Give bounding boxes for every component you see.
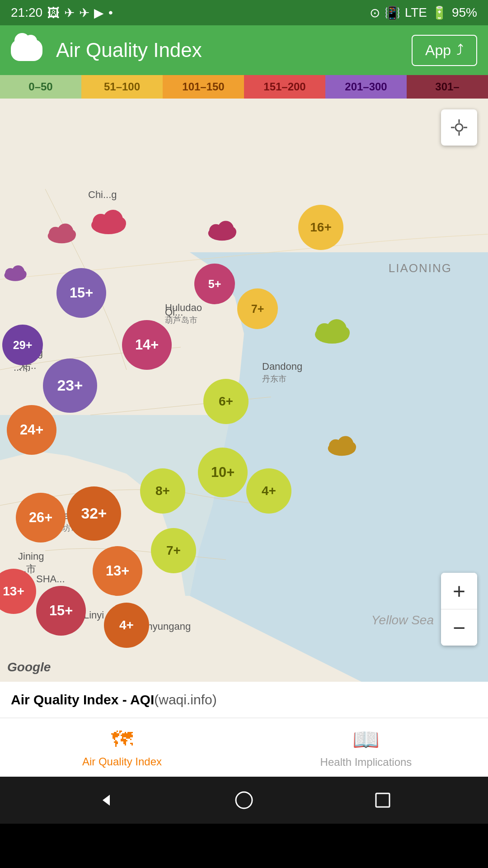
cloud-marker-c1[interactable] bbox=[88, 206, 129, 241]
status-right: ⊙ 📳 LTE 🔋 95% bbox=[370, 5, 477, 20]
svg-point-1 bbox=[455, 124, 463, 131]
city-linyi: Linyi bbox=[84, 609, 104, 621]
cloud-marker-c2[interactable] bbox=[45, 221, 78, 250]
bottom-info: Air Quality Index - AQI (waqi.info) bbox=[0, 682, 488, 718]
region-sha: SHA... bbox=[36, 573, 65, 585]
city-chifeng: Chi...g bbox=[88, 189, 117, 201]
nav-label-health: Health Implications bbox=[320, 756, 412, 769]
scale-item-2: 101–150 bbox=[163, 75, 244, 99]
app-bar: Air Quality Index App ⤴ bbox=[0, 25, 488, 75]
aqi-marker-m15[interactable]: 7+ bbox=[151, 528, 196, 573]
scale-item-3: 151–200 bbox=[244, 75, 325, 99]
battery-percent: 95% bbox=[452, 5, 477, 20]
telegram-icon: ✈ bbox=[64, 5, 75, 20]
city-huludao: Huludao葫芦岛市 bbox=[165, 302, 202, 326]
app-share-button[interactable]: App ⤴ bbox=[412, 35, 477, 66]
info-subtitle: (waqi.info) bbox=[154, 692, 216, 708]
back-button[interactable] bbox=[92, 787, 119, 814]
nav-item-health[interactable]: 📖 Health Implications bbox=[244, 718, 488, 777]
zoom-in-button[interactable]: + bbox=[441, 573, 477, 609]
aqi-marker-m12[interactable]: 4+ bbox=[246, 468, 291, 514]
back-icon bbox=[96, 791, 114, 809]
signal-icon: LTE bbox=[405, 5, 427, 20]
health-icon: 📖 bbox=[352, 727, 380, 752]
share-icon: ⤴ bbox=[456, 42, 464, 59]
svg-point-21 bbox=[19, 270, 27, 278]
scale-item-4: 201–300 bbox=[325, 75, 407, 99]
city-dandong: Dandong丹东市 bbox=[262, 361, 302, 384]
time: 21:20 bbox=[11, 5, 42, 20]
home-button[interactable] bbox=[230, 787, 258, 814]
dot-icon: • bbox=[108, 5, 113, 20]
svg-point-13 bbox=[66, 229, 76, 240]
aqi-scale-bar: 0–5051–100101–150151–200201–300301– bbox=[0, 75, 488, 99]
aqi-marker-m13[interactable]: 26+ bbox=[16, 493, 66, 542]
svg-rect-32 bbox=[376, 793, 389, 807]
svg-point-29 bbox=[346, 442, 356, 452]
telegram2-icon: ✈ bbox=[79, 5, 89, 20]
svg-point-17 bbox=[226, 226, 236, 237]
recents-icon bbox=[374, 792, 391, 809]
svg-point-25 bbox=[337, 326, 350, 339]
locate-icon bbox=[450, 118, 468, 137]
app-title: Air Quality Index bbox=[56, 39, 202, 61]
aqi-marker-m5[interactable]: 29+ bbox=[2, 325, 43, 365]
cloud-marker-c6[interactable] bbox=[325, 433, 358, 462]
aqi-marker-m9[interactable]: 24+ bbox=[7, 405, 56, 455]
aqi-marker-m16[interactable]: 13+ bbox=[93, 546, 142, 596]
aqi-marker-m8[interactable]: 6+ bbox=[203, 379, 249, 424]
info-title: Air Quality Index - AQI bbox=[11, 692, 154, 708]
youtube-icon: ▶ bbox=[94, 5, 104, 20]
svg-point-31 bbox=[236, 792, 252, 808]
region-liaoning: LIAONING bbox=[389, 261, 452, 275]
sea-label: Yellow Sea bbox=[371, 613, 434, 627]
battery-icon: 🔋 bbox=[432, 5, 447, 20]
aqi-marker-m14[interactable]: 32+ bbox=[67, 486, 121, 541]
status-left: 21:20 🖼 ✈ ✈ ▶ • bbox=[11, 5, 113, 20]
svg-point-9 bbox=[113, 217, 126, 230]
aqi-marker-m2[interactable]: 5+ bbox=[194, 264, 235, 304]
location-icon: ⊙ bbox=[370, 5, 380, 20]
map-container: Chi...g Qi... Huludao葫芦岛市 Dandong丹东市 ...… bbox=[0, 99, 488, 682]
aqi-marker-m3[interactable]: 7+ bbox=[237, 288, 278, 329]
nav-label-aqi: Air Quality Index bbox=[82, 755, 162, 768]
vibrate-icon: 📳 bbox=[385, 5, 400, 20]
aqi-marker-m18[interactable]: 15+ bbox=[36, 586, 86, 636]
home-icon bbox=[234, 790, 254, 810]
app-button-label: App bbox=[425, 42, 451, 59]
aqi-marker-m11[interactable]: 8+ bbox=[140, 468, 185, 514]
cloud-marker-c5[interactable] bbox=[312, 316, 352, 350]
status-bar: 21:20 🖼 ✈ ✈ ▶ • ⊙ 📳 LTE 🔋 95% bbox=[0, 0, 488, 25]
aqi-marker-m19[interactable]: 4+ bbox=[104, 603, 149, 648]
map-icon: 🗺 bbox=[111, 727, 133, 752]
app-bar-left: Air Quality Index bbox=[11, 37, 202, 64]
zoom-controls: + − bbox=[441, 573, 477, 646]
app-logo bbox=[11, 37, 47, 64]
svg-marker-30 bbox=[103, 795, 110, 806]
system-nav-bar bbox=[0, 777, 488, 824]
scale-item-5: 301– bbox=[407, 75, 488, 99]
aqi-marker-m7[interactable]: 23+ bbox=[43, 359, 97, 413]
locate-button[interactable] bbox=[441, 109, 477, 146]
recents-button[interactable] bbox=[369, 787, 396, 814]
bottom-nav: 🗺 Air Quality Index 📖 Health Implication… bbox=[0, 718, 488, 777]
aqi-marker-m10[interactable]: 10+ bbox=[198, 448, 248, 497]
scale-item-1: 51–100 bbox=[81, 75, 163, 99]
nav-item-aqi[interactable]: 🗺 Air Quality Index bbox=[0, 718, 244, 777]
zoom-out-button[interactable]: − bbox=[441, 609, 477, 646]
scale-item-0: 0–50 bbox=[0, 75, 81, 99]
aqi-marker-m1[interactable]: 16+ bbox=[298, 205, 343, 250]
google-logo: Google bbox=[7, 660, 51, 675]
cloud-marker-c3[interactable] bbox=[206, 218, 239, 247]
cloud-marker-c4[interactable] bbox=[2, 261, 28, 286]
aqi-marker-m6[interactable]: 14+ bbox=[122, 320, 172, 370]
gallery-icon: 🖼 bbox=[47, 5, 60, 20]
aqi-marker-m4[interactable]: 15+ bbox=[56, 268, 106, 318]
